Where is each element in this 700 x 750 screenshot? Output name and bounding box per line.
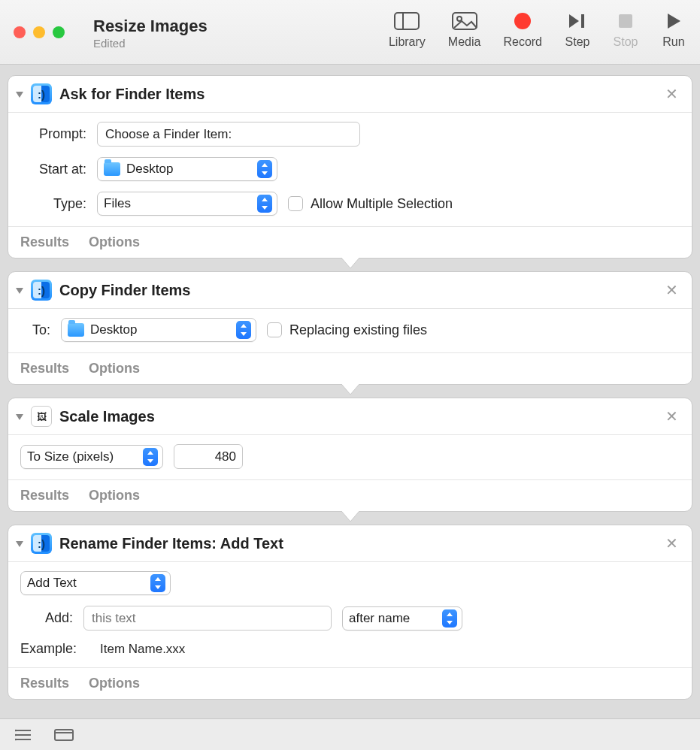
window-subtitle: Edited	[93, 38, 208, 50]
record-button[interactable]: Record	[503, 11, 542, 49]
updown-stepper-icon	[236, 321, 251, 339]
scale-mode-value: To Size (pixels)	[27, 449, 114, 464]
zoom-window-button[interactable]	[53, 26, 65, 38]
close-action-button[interactable]: ✕	[662, 85, 681, 103]
results-button[interactable]: Results	[20, 234, 69, 250]
to-value: Desktop	[90, 322, 137, 337]
options-button[interactable]: Options	[89, 676, 140, 691]
photo-icon	[452, 11, 477, 31]
action-ask-finder-items: :) Ask for Finder Items ✕ Prompt: Start …	[8, 75, 692, 259]
updown-stepper-icon	[257, 195, 272, 213]
start-at-select[interactable]: Desktop	[97, 157, 277, 181]
toolbar-buttons: Library Media Record Step Stop	[389, 11, 686, 53]
options-button[interactable]: Options	[89, 361, 140, 377]
action-title: Copy Finder Items	[59, 282, 190, 299]
example-value: Item Name.xxx	[100, 642, 185, 657]
options-button[interactable]: Options	[89, 234, 140, 250]
replacing-checkbox[interactable]	[267, 322, 282, 337]
record-label: Record	[503, 35, 542, 49]
stop-icon	[613, 11, 638, 31]
type-value: Files	[104, 196, 131, 211]
svg-point-4	[514, 13, 531, 29]
stop-label: Stop	[614, 35, 638, 49]
media-button[interactable]: Media	[448, 11, 481, 49]
add-label: Add:	[20, 610, 73, 626]
close-window-button[interactable]	[14, 26, 26, 38]
add-text-input[interactable]	[83, 606, 332, 631]
rename-mode-select[interactable]: Add Text	[20, 571, 171, 595]
action-title: Scale Images	[59, 408, 155, 425]
log-view-button[interactable]	[15, 729, 32, 741]
start-at-label: Start at:	[20, 162, 86, 177]
position-value: after name	[349, 611, 410, 626]
run-button[interactable]: Run	[661, 11, 686, 49]
action-rename-finder-items: :) Rename Finder Items: Add Text ✕ Add T…	[8, 525, 692, 700]
workflow-canvas: :) Ask for Finder Items ✕ Prompt: Start …	[0, 65, 700, 718]
step-icon	[565, 11, 590, 31]
scale-value-input[interactable]	[174, 444, 243, 469]
type-select[interactable]: Files	[97, 192, 277, 216]
traffic-lights	[14, 26, 65, 38]
close-action-button[interactable]: ✕	[662, 407, 681, 425]
type-label: Type:	[20, 196, 86, 212]
allow-multiple-checkbox[interactable]	[288, 196, 303, 211]
svg-rect-5	[581, 14, 584, 28]
stop-button[interactable]: Stop	[613, 11, 638, 49]
action-scale-images: 🖼 Scale Images ✕ To Size (pixels) Result…	[8, 398, 692, 512]
run-label: Run	[662, 35, 684, 49]
options-button[interactable]: Options	[89, 488, 140, 504]
replacing-label: Replacing existing files	[289, 322, 427, 338]
svg-rect-6	[619, 14, 632, 28]
svg-point-3	[457, 17, 462, 21]
sidebar-icon	[394, 11, 420, 31]
action-title: Ask for Finder Items	[59, 86, 205, 103]
results-button[interactable]: Results	[20, 676, 69, 691]
window-toolbar: Resize Images Edited Library Media Recor…	[0, 0, 700, 65]
updown-stepper-icon	[442, 609, 457, 628]
example-label: Example:	[20, 641, 89, 657]
updown-stepper-icon	[150, 574, 165, 592]
window-title: Resize Images	[93, 17, 208, 35]
updown-stepper-icon	[143, 448, 158, 466]
results-button[interactable]: Results	[20, 488, 69, 504]
start-at-value: Desktop	[126, 162, 173, 177]
variables-view-button[interactable]	[54, 729, 74, 741]
rename-mode-value: Add Text	[27, 576, 77, 591]
library-label: Library	[389, 35, 426, 49]
disclosure-triangle-icon[interactable]	[16, 92, 23, 98]
close-action-button[interactable]: ✕	[662, 281, 681, 299]
folder-icon	[104, 162, 120, 176]
step-label: Step	[565, 35, 590, 49]
close-action-button[interactable]: ✕	[662, 534, 681, 552]
svg-rect-0	[395, 13, 419, 29]
finder-icon: :)	[31, 83, 52, 104]
disclosure-triangle-icon[interactable]	[16, 288, 23, 294]
action-connector	[8, 511, 692, 525]
to-label: To:	[20, 322, 50, 338]
preview-icon: 🖼	[31, 406, 52, 427]
play-icon	[661, 11, 686, 31]
action-connector	[8, 384, 692, 398]
position-select[interactable]: after name	[342, 606, 462, 631]
updown-stepper-icon	[257, 160, 272, 178]
finder-icon: :)	[31, 280, 52, 301]
finder-icon: :)	[31, 533, 52, 554]
library-button[interactable]: Library	[389, 11, 426, 49]
allow-multiple-label: Allow Multiple Selection	[311, 196, 453, 212]
prompt-input[interactable]	[97, 122, 360, 147]
prompt-label: Prompt:	[20, 126, 86, 142]
media-label: Media	[448, 35, 481, 49]
step-button[interactable]: Step	[565, 11, 590, 49]
to-select[interactable]: Desktop	[61, 318, 256, 342]
action-copy-finder-items: :) Copy Finder Items ✕ To: Desktop Repla…	[8, 271, 692, 385]
minimize-window-button[interactable]	[33, 26, 45, 38]
results-button[interactable]: Results	[20, 361, 69, 377]
action-connector	[8, 258, 692, 271]
folder-icon	[68, 323, 84, 337]
svg-rect-13	[55, 730, 73, 740]
scale-mode-select[interactable]: To Size (pixels)	[20, 445, 163, 469]
disclosure-triangle-icon[interactable]	[16, 541, 23, 547]
disclosure-triangle-icon[interactable]	[16, 414, 23, 420]
record-icon	[510, 11, 535, 31]
window-title-block: Resize Images Edited	[93, 14, 208, 50]
